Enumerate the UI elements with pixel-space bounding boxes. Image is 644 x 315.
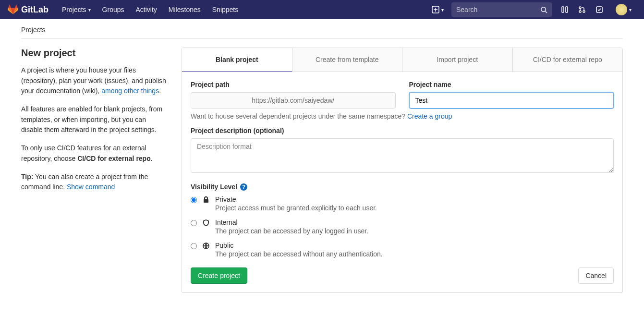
- project-description-input[interactable]: [191, 138, 614, 173]
- gitlab-logo[interactable]: GitLab: [8, 4, 49, 15]
- cancel-button[interactable]: Cancel: [578, 267, 614, 284]
- lock-icon: [202, 195, 210, 204]
- brand-text: GitLab: [21, 5, 49, 15]
- search-icon: [540, 6, 547, 13]
- form-panel: Project path Project name Want to house …: [182, 72, 623, 293]
- issues-icon[interactable]: [556, 0, 573, 19]
- main-content: Blank project Create from template Impor…: [182, 48, 623, 293]
- svg-point-1: [541, 7, 546, 11]
- nav-activity[interactable]: Activity: [130, 0, 163, 19]
- among-other-things-link[interactable]: among other things: [101, 87, 159, 95]
- show-command-link[interactable]: Show command: [67, 183, 115, 191]
- visibility-internal[interactable]: Internal The project can be accessed by …: [191, 218, 614, 235]
- visibility-private-radio[interactable]: [191, 197, 197, 203]
- shield-icon: [202, 218, 210, 227]
- tab-blank-project[interactable]: Blank project: [182, 48, 292, 72]
- search-input[interactable]: [456, 6, 540, 13]
- visibility-label: Visibility Level ?: [191, 183, 614, 191]
- breadcrumb[interactable]: Projects: [21, 19, 623, 39]
- visibility-private[interactable]: Private Project access must be granted e…: [191, 195, 614, 212]
- sidebar-p3: To only use CI/CD features for an extern…: [21, 143, 168, 164]
- user-menu[interactable]: ▾: [608, 0, 636, 19]
- project-name-input[interactable]: [409, 92, 614, 109]
- new-dropdown[interactable]: ▾: [428, 6, 448, 13]
- svg-rect-2: [562, 7, 564, 12]
- nav-milestones[interactable]: Milestones: [163, 0, 207, 19]
- nav-projects[interactable]: Projects▾: [56, 0, 97, 19]
- visibility-internal-radio[interactable]: [191, 220, 197, 226]
- project-name-label: Project name: [409, 81, 614, 88]
- project-description-label: Project description (optional): [191, 127, 614, 134]
- chevron-down-icon: ▾: [629, 7, 632, 12]
- merge-requests-icon[interactable]: [573, 0, 591, 19]
- svg-point-5: [579, 11, 581, 12]
- nav-snippets[interactable]: Snippets: [207, 0, 244, 19]
- svg-rect-3: [566, 7, 568, 12]
- create-group-link[interactable]: Create a group: [407, 112, 452, 120]
- search-box[interactable]: [451, 2, 552, 17]
- svg-rect-8: [204, 199, 208, 203]
- todos-icon[interactable]: [591, 0, 608, 19]
- nav-groups[interactable]: Groups: [97, 0, 130, 19]
- visibility-public[interactable]: Public The project can be accessed witho…: [191, 242, 614, 258]
- chevron-down-icon: ▾: [88, 7, 91, 12]
- group-helper: Want to house several dependent projects…: [191, 112, 614, 120]
- create-project-button[interactable]: Create project: [191, 267, 247, 284]
- page-title: New project: [21, 48, 168, 59]
- visibility-public-radio[interactable]: [191, 243, 197, 249]
- top-navbar: GitLab Projects▾ Groups Activity Milesto…: [0, 0, 644, 19]
- svg-point-4: [579, 7, 581, 9]
- sidebar-p2: All features are enabled for blank proje…: [21, 104, 168, 135]
- tab-import-project[interactable]: Import project: [402, 48, 513, 72]
- tab-create-from-template[interactable]: Create from template: [292, 48, 403, 72]
- help-icon[interactable]: ?: [240, 183, 247, 191]
- gitlab-icon: [8, 4, 18, 15]
- sidebar: New project A project is where you house…: [21, 48, 168, 293]
- svg-point-6: [583, 11, 585, 12]
- project-path-input[interactable]: [191, 92, 396, 109]
- sidebar-p4: Tip: You can also create a project from …: [21, 172, 168, 193]
- chevron-down-icon: ▾: [441, 7, 444, 12]
- tab-cicd-external[interactable]: CI/CD for external repo: [513, 48, 623, 72]
- sidebar-p1: A project is where you house your files …: [21, 65, 168, 97]
- project-path-label: Project path: [191, 81, 396, 88]
- plus-square-icon: [432, 6, 439, 13]
- tabs: Blank project Create from template Impor…: [182, 48, 623, 72]
- globe-icon: [202, 242, 210, 250]
- avatar: [616, 4, 627, 15]
